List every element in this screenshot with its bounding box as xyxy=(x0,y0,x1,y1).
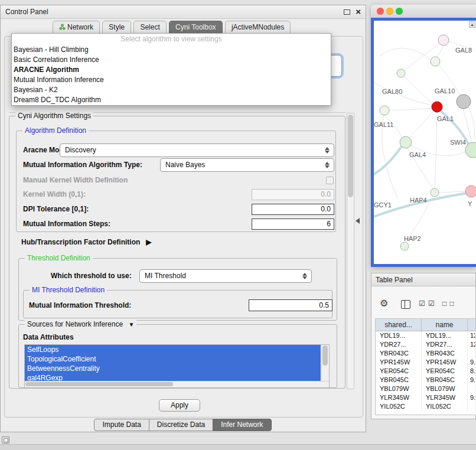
network-edge[interactable] xyxy=(404,77,432,103)
network-edge[interactable] xyxy=(435,113,437,188)
network-window-titlebar[interactable] xyxy=(371,5,476,18)
list-horizontal-scrollbar[interactable] xyxy=(25,381,329,387)
splitter-collapse-icon[interactable] xyxy=(356,218,360,224)
combo-arrows-icon xyxy=(325,147,330,150)
column-header[interactable] xyxy=(468,319,476,331)
network-edge[interactable] xyxy=(468,107,475,139)
table-cell: YPR145W xyxy=(376,358,422,367)
dropdown-item-selected[interactable]: ARACNE Algorithm xyxy=(12,65,331,75)
dropdown-item[interactable]: Basic Correlation Inference xyxy=(12,55,331,65)
table-row[interactable]: YLR345WYLR345W9. xyxy=(376,393,476,402)
scroll-up-icon[interactable]: ▲ xyxy=(469,21,475,28)
chevron-right-icon[interactable]: ▶ xyxy=(146,238,151,246)
minimize-traffic-light[interactable] xyxy=(386,8,393,15)
tab-impute-data[interactable]: Impute Data xyxy=(94,419,149,431)
control-panel-titlebar[interactable]: Control Panel × xyxy=(1,5,366,19)
table-row[interactable]: YIL052CYIL052C xyxy=(376,402,476,411)
table-cell: YER054C xyxy=(376,367,422,376)
network-edge[interactable] xyxy=(389,108,432,110)
network-node[interactable] xyxy=(465,142,476,158)
table-row[interactable]: YER054CYER054C8. xyxy=(376,367,476,376)
float-window-icon[interactable] xyxy=(344,9,350,15)
network-node[interactable] xyxy=(400,242,409,250)
table-cell: 13 xyxy=(468,331,476,340)
scrollbar-thumb[interactable] xyxy=(322,345,328,366)
column-header[interactable]: shared... xyxy=(376,319,422,331)
manual-kernel-checkbox[interactable] xyxy=(326,177,334,184)
list-item[interactable]: BetweennessCentrality xyxy=(25,364,321,373)
minimized-panel-icon[interactable] xyxy=(2,436,9,444)
dropdown-item[interactable]: Mutual Information Inference xyxy=(12,75,331,85)
table-row[interactable]: YBR043CYBR043C xyxy=(376,349,476,358)
network-edge[interactable] xyxy=(439,191,465,193)
mi-threshold-field[interactable]: 0.5 xyxy=(249,299,332,311)
table-cell: YBR043C xyxy=(422,349,468,358)
list-item[interactable]: SelfLoops xyxy=(25,345,321,354)
network-node[interactable] xyxy=(431,57,440,66)
table-row[interactable]: YDR27...YDR27...12 xyxy=(376,340,476,349)
network-edge[interactable] xyxy=(436,45,444,57)
tab-infer-network[interactable]: Infer Network xyxy=(213,419,271,431)
dpi-tolerance-field[interactable]: 0.0 xyxy=(252,204,334,215)
apply-button[interactable]: Apply xyxy=(159,399,200,412)
network-edge[interactable] xyxy=(409,111,433,138)
settings-scrollbar[interactable] xyxy=(347,113,354,389)
gear-icon[interactable]: ⚙ xyxy=(380,298,388,309)
mi-type-select[interactable]: Naive Bayes xyxy=(160,158,334,172)
network-edge[interactable] xyxy=(380,48,431,60)
select-all-columns-icon[interactable]: ☑ ☑ xyxy=(419,299,435,308)
network-node[interactable] xyxy=(432,102,442,112)
network-node[interactable] xyxy=(438,35,449,45)
table-row[interactable]: YPR145WYPR145W9. xyxy=(376,358,476,367)
kernel-width-label: Kernel Width (0,1): xyxy=(23,189,86,200)
close-traffic-light[interactable] xyxy=(377,8,384,15)
tab-style[interactable]: Style xyxy=(102,21,131,33)
table-row[interactable]: YBL079WYBL079W xyxy=(376,384,476,393)
table-panel-titlebar[interactable]: Table Panel xyxy=(371,273,475,286)
dropdown-item[interactable]: Bayesian - Hill Climbing xyxy=(12,45,331,55)
which-threshold-select[interactable]: MI Threshold xyxy=(139,269,312,283)
table-row[interactable]: YBR045CYBR045C9. xyxy=(376,376,476,384)
dropdown-item[interactable]: Dream8 DC_TDC Algorithm xyxy=(12,95,331,105)
mi-steps-field[interactable]: 6 xyxy=(252,219,334,230)
tab-select[interactable]: Select xyxy=(133,21,166,33)
network-node[interactable] xyxy=(465,185,476,197)
network-node[interactable] xyxy=(397,69,405,77)
aracne-mode-select[interactable]: Discovery xyxy=(60,144,334,157)
list-vertical-scrollbar[interactable] xyxy=(321,345,329,381)
network-node[interactable] xyxy=(400,136,412,148)
control-panel-tab-bar: Network Style Select Cyni Toolbox jActiv… xyxy=(53,21,291,34)
network-node-label: HAP2 xyxy=(404,235,421,242)
list-item[interactable]: TopologicalCoefficient xyxy=(25,354,321,364)
tab-cyni-toolbox[interactable]: Cyni Toolbox xyxy=(169,21,222,33)
mi-threshold-label: Mutual Information Threshold: xyxy=(29,299,131,311)
chevron-down-icon[interactable]: ▼ xyxy=(128,321,134,328)
control-panel-window: Control Panel × Network Style Select Cyn… xyxy=(0,5,366,432)
network-edge[interactable] xyxy=(374,146,402,174)
dropdown-item[interactable]: Bayesian - K2 xyxy=(12,85,331,95)
network-node[interactable] xyxy=(380,106,389,115)
scrollbar-thumb[interactable] xyxy=(25,382,173,386)
network-canvas[interactable]: GAL8GAL80GAL10GAL11GAL1SWI4GAL4GCY1HAP4Y… xyxy=(374,21,476,264)
close-icon[interactable]: × xyxy=(356,6,361,18)
table-cell: 9. xyxy=(468,393,476,402)
dropdown-placeholder-item[interactable]: Select algorithm to view settings xyxy=(12,34,331,45)
kernel-width-field[interactable]: 0.0 xyxy=(252,189,334,200)
tab-network[interactable]: Network xyxy=(53,21,100,33)
column-header[interactable]: name xyxy=(422,319,468,331)
table-row[interactable]: YDL19...YDL19...13 xyxy=(376,331,476,340)
hub-section-toggle[interactable]: Hub/Transcription Factor Definition▶ xyxy=(21,238,152,246)
tab-label: jActiveMNodules xyxy=(232,23,284,31)
selected-value: Discovery xyxy=(65,146,96,154)
network-node[interactable] xyxy=(431,188,439,197)
scrollbar-thumb[interactable] xyxy=(348,115,353,197)
tab-jactivemnodules[interactable]: jActiveMNodules xyxy=(225,21,291,33)
deselect-columns-icon[interactable]: □ □ xyxy=(442,299,455,308)
network-node-label: GAL10 xyxy=(435,87,455,94)
table-cell: YLR345W xyxy=(376,393,422,402)
columns-icon[interactable] xyxy=(401,300,410,309)
table-toolbar: ⚙ ☑ ☑ □ □ xyxy=(371,297,475,312)
zoom-traffic-light[interactable] xyxy=(396,8,403,15)
tab-discretize-data[interactable]: Discretize Data xyxy=(149,419,213,431)
network-node[interactable] xyxy=(457,94,471,109)
